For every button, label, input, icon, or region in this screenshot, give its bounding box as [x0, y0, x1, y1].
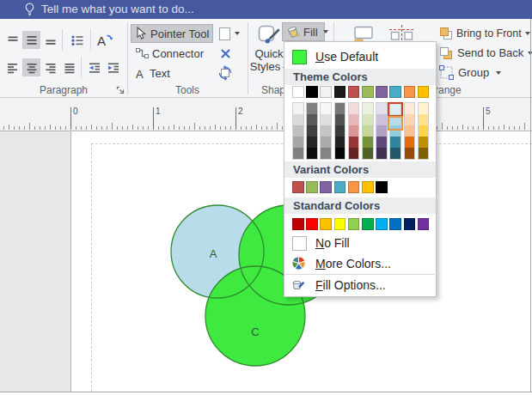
- variant-color-swatch[interactable]: [362, 181, 374, 193]
- variant-color-swatch[interactable]: [320, 181, 332, 193]
- menu-item-fill-options[interactable]: Fill Options...: [284, 276, 436, 295]
- theme-variant-swatch[interactable]: [405, 148, 415, 159]
- theme-variant-column[interactable]: [404, 102, 416, 160]
- theme-variant-swatch[interactable]: [307, 125, 317, 137]
- align-text-bottom-button[interactable]: [41, 31, 59, 49]
- justify-button[interactable]: [60, 58, 78, 76]
- theme-variant-swatch[interactable]: [405, 103, 415, 114]
- align-left-button[interactable]: [3, 58, 21, 76]
- theme-color-swatch[interactable]: [306, 86, 318, 98]
- theme-color-swatch[interactable]: [334, 86, 346, 98]
- drawing-canvas[interactable]: [0, 131, 532, 392]
- align-text-top-button[interactable]: [3, 31, 21, 49]
- theme-variant-swatch[interactable]: [349, 148, 359, 159]
- theme-color-swatch[interactable]: [320, 86, 332, 98]
- theme-variant-swatch[interactable]: [293, 125, 303, 137]
- bring-to-front-button[interactable]: Bring to Front: [435, 24, 531, 42]
- theme-color-swatch[interactable]: [348, 86, 360, 98]
- theme-variant-swatch[interactable]: [307, 103, 317, 114]
- standard-color-swatch[interactable]: [404, 218, 416, 230]
- theme-variant-swatch[interactable]: [419, 125, 429, 137]
- group-button[interactable]: Group: [435, 64, 507, 82]
- theme-variant-swatch[interactable]: [293, 148, 303, 159]
- decrease-indent-button[interactable]: [85, 58, 103, 76]
- send-to-back-button[interactable]: Send to Back: [435, 44, 529, 62]
- theme-variant-swatch[interactable]: [376, 114, 387, 125]
- theme-variant-swatch[interactable]: [349, 114, 359, 125]
- theme-color-swatch[interactable]: [292, 86, 304, 98]
- theme-variant-swatch[interactable]: [390, 137, 401, 148]
- theme-variant-swatch[interactable]: [376, 125, 387, 137]
- connection-point-button[interactable]: [216, 44, 235, 63]
- theme-variant-swatch[interactable]: [335, 125, 345, 137]
- theme-variant-swatch[interactable]: [335, 103, 345, 114]
- standard-color-swatch[interactable]: [348, 218, 360, 230]
- theme-variant-column[interactable]: [292, 102, 304, 160]
- theme-variant-swatch[interactable]: [293, 114, 303, 125]
- theme-color-swatch[interactable]: [404, 86, 416, 98]
- standard-color-swatch[interactable]: [362, 218, 374, 230]
- connector-button[interactable]: Connector: [131, 44, 211, 63]
- theme-variant-column[interactable]: [348, 102, 360, 160]
- theme-variant-swatch[interactable]: [363, 148, 373, 159]
- theme-variant-swatch[interactable]: [307, 114, 317, 125]
- increase-indent-button[interactable]: [104, 58, 122, 76]
- theme-color-swatch[interactable]: [389, 86, 401, 98]
- theme-variant-column[interactable]: [376, 102, 388, 160]
- standard-color-swatch[interactable]: [320, 218, 332, 230]
- pointer-tool-button[interactable]: Pointer Tool: [131, 24, 213, 43]
- text-rotate-button[interactable]: A: [94, 30, 116, 50]
- align-text-middle-button[interactable]: [22, 31, 40, 49]
- theme-variant-swatch[interactable]: [363, 114, 373, 125]
- theme-variant-column[interactable]: [362, 102, 374, 160]
- theme-color-swatch[interactable]: [376, 86, 388, 98]
- theme-variant-swatch[interactable]: [321, 114, 331, 125]
- menu-item-use-default[interactable]: Use Default: [284, 46, 436, 69]
- theme-variant-swatch[interactable]: [335, 148, 345, 159]
- theme-variant-swatch[interactable]: [335, 114, 345, 125]
- standard-color-swatch[interactable]: [418, 218, 430, 230]
- bullets-button[interactable]: [66, 31, 88, 49]
- align-right-button[interactable]: [41, 58, 59, 76]
- theme-variant-swatch[interactable]: [405, 125, 415, 137]
- variant-color-swatch[interactable]: [376, 181, 388, 193]
- standard-color-swatch[interactable]: [334, 218, 346, 230]
- theme-variant-swatch[interactable]: [363, 103, 373, 114]
- theme-variant-swatch[interactable]: [363, 137, 373, 148]
- theme-color-swatch[interactable]: [362, 86, 374, 98]
- tell-me-bar[interactable]: Tell me what you want to do...: [0, 0, 532, 19]
- theme-variant-swatch[interactable]: [390, 148, 401, 159]
- theme-variant-column[interactable]: [418, 102, 430, 160]
- theme-variant-column[interactable]: [320, 102, 332, 160]
- theme-variant-swatch[interactable]: [321, 148, 331, 159]
- theme-variant-swatch[interactable]: [349, 103, 359, 114]
- theme-variant-swatch[interactable]: [376, 137, 387, 148]
- variant-color-swatch[interactable]: [306, 181, 318, 193]
- rectangle-tool-button[interactable]: [215, 24, 244, 43]
- theme-variant-swatch[interactable]: [349, 125, 359, 137]
- theme-variant-swatch[interactable]: [349, 137, 359, 148]
- menu-item-more-colors[interactable]: More Colors...: [284, 253, 436, 274]
- text-block-button[interactable]: [214, 63, 236, 83]
- theme-variant-swatch[interactable]: [307, 148, 317, 159]
- align-center-button[interactable]: [22, 58, 40, 76]
- paragraph-dialog-launcher[interactable]: [115, 85, 125, 95]
- standard-color-swatch[interactable]: [376, 218, 388, 230]
- standard-color-swatch[interactable]: [292, 218, 304, 230]
- theme-variant-swatch[interactable]: [376, 103, 387, 114]
- theme-variant-swatch[interactable]: [293, 137, 303, 148]
- variant-color-swatch[interactable]: [292, 181, 304, 193]
- fill-button[interactable]: Fill: [282, 22, 325, 41]
- standard-color-swatch[interactable]: [306, 218, 318, 230]
- variant-color-swatch[interactable]: [348, 181, 360, 193]
- theme-variant-swatch[interactable]: [405, 137, 415, 148]
- standard-color-swatch[interactable]: [389, 218, 401, 230]
- theme-variant-swatch[interactable]: [376, 148, 387, 159]
- theme-variant-swatch[interactable]: [419, 103, 429, 114]
- theme-variant-swatch[interactable]: [419, 148, 429, 159]
- theme-variant-column[interactable]: [306, 102, 318, 160]
- theme-variant-swatch[interactable]: [335, 137, 345, 148]
- theme-variant-swatch[interactable]: [321, 137, 331, 148]
- theme-variant-swatch[interactable]: [321, 125, 331, 137]
- theme-color-swatch[interactable]: [418, 86, 430, 98]
